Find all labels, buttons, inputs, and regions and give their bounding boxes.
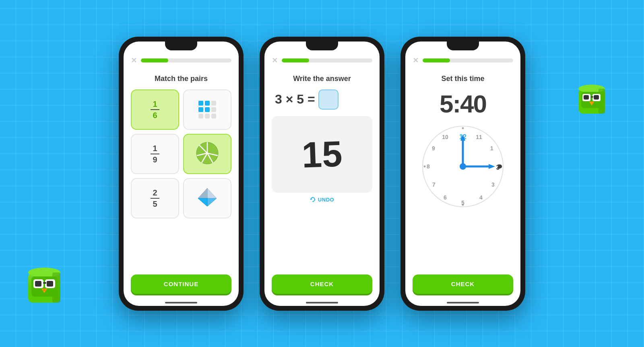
svg-text:3: 3: [491, 181, 495, 188]
fraction-1-9: 1 9: [151, 144, 159, 164]
phone-1-btn-area: CONTINUE: [124, 270, 239, 306]
svg-text:1: 1: [490, 145, 493, 152]
svg-marker-11: [311, 198, 312, 200]
dot-2: [205, 101, 210, 106]
phone-2-content: Write the answer 3 × 5 = 15 UNDO: [264, 69, 380, 270]
svg-text:11: 11: [476, 134, 482, 140]
drawing-area[interactable]: 15: [272, 116, 372, 193]
clock-svg: 12 1 2 3 4 5 6 7 8 9 10 11 3: [419, 122, 507, 211]
svg-text:9: 9: [432, 145, 435, 152]
svg-text:4: 4: [479, 194, 483, 201]
clock-container[interactable]: 12 1 2 3 4 5 6 7 8 9 10 11 3: [419, 122, 507, 211]
svg-marker-9: [198, 198, 207, 206]
fraction-line-2: [151, 154, 159, 154]
match-card-6[interactable]: [183, 178, 231, 218]
progress-bar-fill-3: [423, 58, 450, 62]
phone-3-screen: ✕ Set this time 5:40 12: [405, 42, 520, 306]
svg-text:5: 5: [461, 199, 464, 206]
check-button-1[interactable]: CHECK: [272, 274, 372, 294]
phone-3-home-bar: [447, 302, 479, 303]
match-card-1[interactable]: 1 6: [131, 89, 179, 130]
time-display: 5:40: [440, 89, 486, 118]
undo-row[interactable]: UNDO: [310, 197, 334, 203]
phone-1-screen: ✕ Match the pairs 1 6: [124, 42, 239, 306]
undo-label: UNDO: [318, 197, 334, 203]
fraction-denominator-2: 9: [153, 155, 157, 164]
dot-5: [205, 107, 210, 112]
answer-box[interactable]: [318, 89, 339, 110]
fraction-line: [151, 109, 159, 110]
svg-text:8: 8: [427, 163, 430, 170]
svg-text:6: 6: [444, 194, 447, 201]
mascot-right: [576, 81, 612, 117]
svg-point-34: [460, 163, 466, 170]
phone-2-screen: ✕ Write the answer 3 × 5 = 15 UNDO: [264, 42, 380, 306]
dot-6: [211, 107, 216, 112]
dot-7: [198, 114, 203, 118]
phone-2-notch: [306, 42, 338, 50]
phone-3-notch: [447, 42, 479, 50]
close-icon[interactable]: ✕: [131, 56, 137, 65]
phone-3-btn-area: CHECK: [405, 270, 520, 306]
dot-1: [198, 101, 203, 106]
mascot-left: [24, 262, 68, 307]
phone-1-content: Match the pairs 1 6: [124, 69, 239, 270]
fraction-numerator: 1: [153, 100, 157, 108]
match-card-2[interactable]: [183, 89, 231, 130]
fraction-denominator-3: 5: [153, 199, 157, 208]
phone-2: ✕ Write the answer 3 × 5 = 15 UNDO: [260, 37, 384, 311]
equation-text: 3 × 5 =: [275, 92, 315, 107]
phone-1-notch: [165, 42, 197, 50]
phone-2-btn-area: CHECK: [264, 270, 380, 306]
match-grid: 1 6: [131, 89, 231, 218]
handwritten-answer: 15: [301, 135, 343, 173]
fraction-denominator: 6: [153, 111, 157, 120]
dot-9: [211, 114, 216, 118]
progress-bar-bg-2: [282, 58, 372, 62]
progress-bar-bg-3: [423, 58, 513, 62]
fraction-line-3: [151, 198, 159, 199]
equation-row: 3 × 5 =: [272, 89, 372, 110]
screen-3-title: Set this time: [441, 75, 484, 83]
screen-2-title: Write the answer: [293, 75, 351, 83]
progress-bar-bg: [141, 58, 231, 62]
svg-rect-43: [35, 281, 41, 287]
svg-rect-45: [43, 282, 46, 284]
svg-rect-44: [47, 281, 53, 287]
dot-grid-icon: [198, 101, 216, 118]
match-card-5[interactable]: 2 5: [131, 178, 179, 218]
dot-3: [211, 101, 216, 106]
phone-3: ✕ Set this time 5:40 12: [400, 37, 525, 311]
svg-rect-54: [584, 95, 589, 100]
screen-1-title: Match the pairs: [155, 75, 208, 83]
check-button-2[interactable]: CHECK: [413, 274, 513, 294]
svg-point-15: [424, 165, 426, 167]
phone-2-home-bar: [306, 302, 338, 303]
svg-text:7: 7: [432, 181, 436, 188]
dot-8: [205, 114, 210, 118]
svg-point-35: [498, 164, 502, 168]
pie-icon: [195, 141, 219, 167]
phone-1: ✕ Match the pairs 1 6: [119, 37, 244, 311]
continue-button[interactable]: CONTINUE: [131, 274, 231, 294]
phone-1-home-bar: [165, 302, 197, 303]
fraction-numerator-3: 2: [153, 188, 157, 197]
fraction-2-5: 2 5: [151, 188, 159, 208]
svg-rect-55: [594, 95, 599, 100]
progress-bar-fill-2: [282, 58, 309, 62]
svg-text:10: 10: [442, 134, 448, 140]
svg-rect-56: [591, 96, 593, 98]
match-card-4[interactable]: [183, 134, 231, 174]
match-card-3[interactable]: 1 9: [131, 134, 179, 174]
phone-3-content: Set this time 5:40 12 1 2 3 4: [405, 69, 520, 270]
svg-point-13: [462, 127, 464, 129]
fraction-1-6: 1 6: [151, 100, 159, 120]
dot-4: [198, 107, 203, 112]
undo-icon: [310, 197, 316, 202]
kite-icon: [196, 186, 219, 210]
svg-marker-10: [207, 198, 217, 206]
close-icon-2[interactable]: ✕: [272, 56, 278, 65]
progress-bar-fill: [141, 58, 168, 62]
close-icon-3[interactable]: ✕: [413, 56, 419, 65]
svg-point-47: [43, 289, 45, 291]
